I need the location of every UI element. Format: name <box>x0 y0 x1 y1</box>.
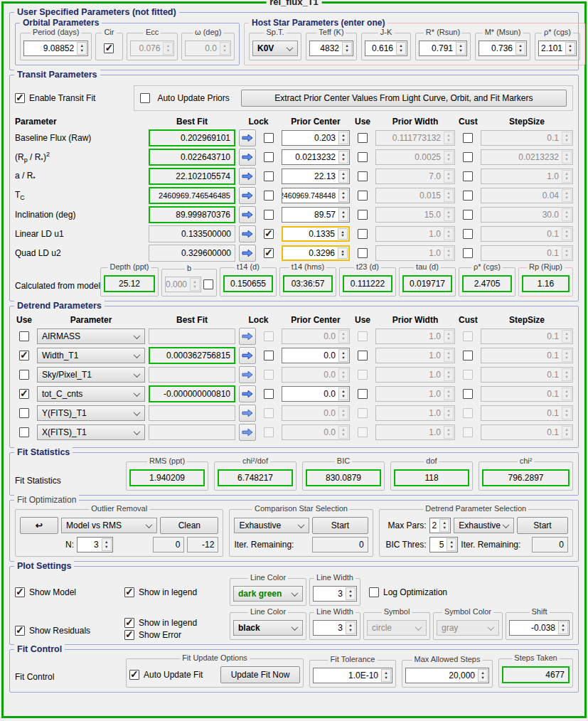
lock-checkbox[interactable] <box>264 389 274 399</box>
lock-checkbox[interactable] <box>264 171 274 181</box>
cust-checkbox[interactable] <box>463 351 473 360</box>
prior-center-spinner[interactable]: 89.57 <box>282 207 350 223</box>
cir-checkbox[interactable] <box>104 43 114 53</box>
spinner-buttons-icon[interactable] <box>346 587 356 600</box>
spinner-buttons-icon[interactable] <box>558 621 568 634</box>
use-detrend-checkbox[interactable] <box>19 427 29 437</box>
lock-checkbox[interactable] <box>264 248 274 258</box>
copy-bestfit-to-prior-button[interactable] <box>239 405 256 422</box>
copy-bestfit-to-prior-button[interactable] <box>239 366 256 383</box>
auto-update-priors-checkbox[interactable] <box>140 93 150 103</box>
lock-checkbox[interactable] <box>264 191 274 201</box>
prior-center-spinner[interactable]: 2460969.748448 <box>282 188 350 203</box>
detrend-parameter-select[interactable]: X(FITS)_T1 <box>37 424 145 440</box>
detrend-sel-method-select[interactable]: Exhaustive <box>454 518 514 533</box>
show-model-checkbox[interactable] <box>15 587 25 597</box>
model-line-width-spinner[interactable]: 3 <box>313 586 357 602</box>
spinner-buttons-icon[interactable] <box>338 208 348 221</box>
jk-spinner[interactable]: 0.616 <box>365 41 407 56</box>
spinner-buttons-icon[interactable] <box>346 621 356 634</box>
use-prior-checkbox[interactable] <box>358 229 368 239</box>
update-fit-now-button[interactable]: Update Fit Now <box>220 666 300 683</box>
outlier-method-select[interactable]: Model vs RMS <box>61 518 157 533</box>
cust-checkbox[interactable] <box>463 248 473 258</box>
spinner-buttons-icon[interactable] <box>77 42 87 55</box>
use-prior-checkbox[interactable] <box>358 351 368 360</box>
prior-center-spinner[interactable]: 0.0 <box>282 386 350 402</box>
cust-checkbox[interactable] <box>463 191 473 201</box>
spinner-buttons-icon[interactable] <box>338 170 348 183</box>
use-detrend-checkbox[interactable] <box>19 331 29 341</box>
detrend-parameter-select[interactable]: Width_T1 <box>37 348 145 363</box>
copy-bestfit-to-prior-button[interactable] <box>239 168 256 185</box>
spinner-buttons-icon[interactable] <box>338 247 348 259</box>
model-line-color-select[interactable]: dark green <box>233 586 303 602</box>
auto-update-fit-checkbox[interactable] <box>129 670 139 680</box>
prior-center-spinner[interactable]: 0.203 <box>282 130 350 146</box>
use-detrend-checkbox[interactable] <box>19 408 29 418</box>
mstar-spinner[interactable]: 0.736 <box>479 41 527 56</box>
detrend-parameter-select[interactable]: AIRMASS <box>37 329 145 344</box>
lock-checkbox[interactable] <box>264 152 274 162</box>
lock-checkbox[interactable] <box>264 229 274 239</box>
n-spinner[interactable]: 3 <box>77 537 113 552</box>
shift-spinner[interactable]: -0.038 <box>509 620 570 636</box>
cust-checkbox[interactable] <box>463 152 473 162</box>
prior-center-spinner[interactable]: 0.0 <box>282 348 350 363</box>
log-optimization-checkbox[interactable] <box>369 587 379 597</box>
clean-button[interactable]: Clean <box>160 517 218 534</box>
cust-checkbox[interactable] <box>463 210 473 220</box>
spinner-buttons-icon[interactable] <box>342 42 352 55</box>
cust-checkbox[interactable] <box>463 171 473 181</box>
residuals-line-color-select[interactable]: black <box>233 620 303 636</box>
detrend-parameter-select[interactable]: Sky/Pixel_T1 <box>37 367 145 383</box>
prior-center-spinner[interactable]: 22.13 <box>282 169 350 184</box>
copy-bestfit-to-prior-button[interactable] <box>239 225 256 242</box>
spinner-buttons-icon[interactable] <box>396 42 406 55</box>
spinner-buttons-icon[interactable] <box>338 189 348 202</box>
copy-bestfit-to-prior-button[interactable] <box>239 187 256 204</box>
spectral-type-select[interactable]: K0V <box>252 41 298 56</box>
spinner-buttons-icon[interactable] <box>447 538 456 551</box>
spinner-buttons-icon[interactable] <box>338 228 348 240</box>
copy-bestfit-to-prior-button[interactable] <box>239 424 256 441</box>
copy-bestfit-to-prior-button[interactable] <box>239 149 256 166</box>
comp-star-method-select[interactable]: Exhaustive <box>234 518 309 533</box>
residuals-line-width-spinner[interactable]: 3 <box>313 620 357 636</box>
spinner-buttons-icon[interactable] <box>456 42 466 55</box>
undo-clean-button[interactable]: ↩ <box>20 517 58 534</box>
prior-center-spinner[interactable]: 0.1335 <box>282 226 350 242</box>
use-detrend-checkbox[interactable] <box>19 351 29 360</box>
cust-checkbox[interactable] <box>463 133 473 143</box>
residuals-show-in-legend-checkbox[interactable] <box>124 618 134 628</box>
cust-checkbox[interactable] <box>463 229 473 239</box>
use-prior-checkbox[interactable] <box>358 210 368 220</box>
rstar-spinner[interactable]: 0.791 <box>419 41 467 56</box>
spinner-buttons-icon[interactable] <box>338 388 348 400</box>
max-steps-spinner[interactable]: 20,000 <box>405 668 489 683</box>
spinner-buttons-icon[interactable] <box>565 42 575 55</box>
lock-checkbox[interactable] <box>264 351 274 360</box>
spinner-buttons-icon[interactable] <box>338 132 348 144</box>
spinner-buttons-icon[interactable] <box>478 669 488 682</box>
enable-transit-fit-checkbox[interactable] <box>15 93 25 103</box>
spinner-buttons-icon[interactable] <box>102 538 112 551</box>
lock-checkbox[interactable] <box>264 133 274 143</box>
spinner-buttons-icon[interactable] <box>338 151 348 164</box>
max-pars-spinner[interactable]: 2 <box>429 518 451 533</box>
spinner-buttons-icon[interactable] <box>515 42 525 55</box>
copy-bestfit-to-prior-button[interactable] <box>239 245 256 262</box>
prior-center-spinner[interactable]: 0.0213232 <box>282 149 350 165</box>
fit-tolerance-spinner[interactable]: 1.0E-10 <box>313 668 392 683</box>
show-error-checkbox[interactable] <box>124 630 134 640</box>
use-prior-checkbox[interactable] <box>358 133 368 143</box>
copy-bestfit-to-prior-button[interactable] <box>239 347 256 364</box>
spinner-buttons-icon[interactable] <box>381 669 391 682</box>
cust-checkbox[interactable] <box>463 389 473 399</box>
show-residuals-checkbox[interactable] <box>15 626 25 636</box>
bic-thres-spinner[interactable]: 5 <box>429 537 459 552</box>
rhostar-spinner[interactable]: 2.101 <box>538 41 577 56</box>
use-prior-checkbox[interactable] <box>358 171 368 181</box>
spinner-buttons-icon[interactable] <box>338 349 348 362</box>
prior-center-spinner[interactable]: 0.3296 <box>282 245 350 261</box>
